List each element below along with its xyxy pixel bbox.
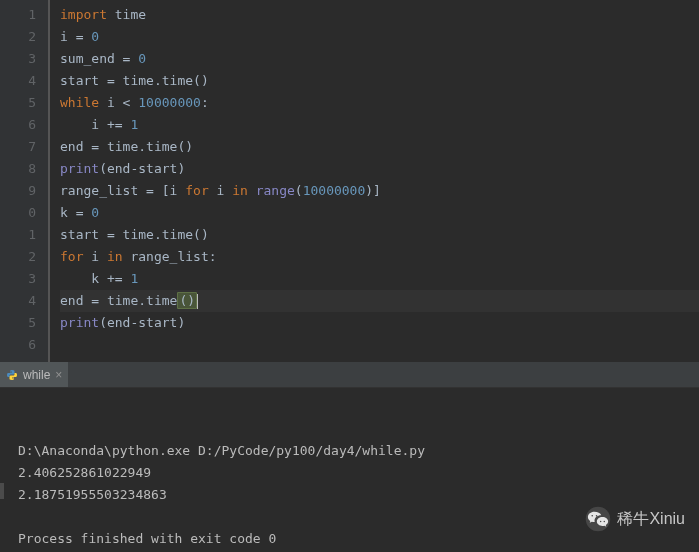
line-number: 1: [0, 224, 36, 246]
line-number: 3: [0, 268, 36, 290]
console-gutter-mark: [0, 483, 4, 499]
code-line[interactable]: start = time.time(): [60, 224, 699, 246]
console-line: 2.18751955503234863: [18, 484, 699, 506]
close-icon[interactable]: ×: [55, 368, 62, 382]
code-line[interactable]: for i in range_list:: [60, 246, 699, 268]
line-number: 6: [0, 334, 36, 356]
line-number: 2: [0, 26, 36, 48]
bracket-highlight: (): [177, 292, 197, 309]
code-line[interactable]: range_list = [i for i in range(10000000)…: [60, 180, 699, 202]
line-number: 1: [0, 4, 36, 26]
line-number: 8: [0, 158, 36, 180]
python-icon: [6, 369, 18, 381]
line-number: 9: [0, 180, 36, 202]
code-line[interactable]: end = time.time(): [60, 136, 699, 158]
code-line[interactable]: k = 0: [60, 202, 699, 224]
code-area[interactable]: import timei = 0sum_end = 0start = time.…: [50, 0, 699, 362]
code-line[interactable]: start = time.time(): [60, 70, 699, 92]
line-number: 5: [0, 92, 36, 114]
line-number: 7: [0, 136, 36, 158]
line-gutter: 1234567890123456: [0, 0, 50, 362]
watermark: 稀牛Xiniu: [585, 506, 685, 532]
line-number: 2: [0, 246, 36, 268]
code-line[interactable]: end = time.time(): [60, 290, 699, 312]
code-line[interactable]: import time: [60, 4, 699, 26]
line-number: 3: [0, 48, 36, 70]
code-line[interactable]: print(end-start): [60, 158, 699, 180]
line-number: 0: [0, 202, 36, 224]
wechat-icon: [585, 506, 611, 532]
code-editor[interactable]: 1234567890123456 import timei = 0sum_end…: [0, 0, 699, 362]
code-line[interactable]: i = 0: [60, 26, 699, 48]
run-tab-while[interactable]: while ×: [0, 362, 68, 387]
line-number: 4: [0, 70, 36, 92]
line-number: 5: [0, 312, 36, 334]
text-caret: [197, 294, 198, 309]
run-tab-bar: while ×: [0, 362, 699, 388]
run-tab-label: while: [23, 368, 50, 382]
code-line[interactable]: while i < 10000000:: [60, 92, 699, 114]
code-line[interactable]: [60, 334, 699, 356]
line-number: 6: [0, 114, 36, 136]
console-line: 2.406252861022949: [18, 462, 699, 484]
code-line[interactable]: sum_end = 0: [60, 48, 699, 70]
line-number: 4: [0, 290, 36, 312]
code-line[interactable]: k += 1: [60, 268, 699, 290]
code-line[interactable]: i += 1: [60, 114, 699, 136]
code-line[interactable]: print(end-start): [60, 312, 699, 334]
watermark-text: 稀牛Xiniu: [617, 509, 685, 530]
console-line: D:\Anaconda\python.exe D:/PyCode/py100/d…: [18, 440, 699, 462]
